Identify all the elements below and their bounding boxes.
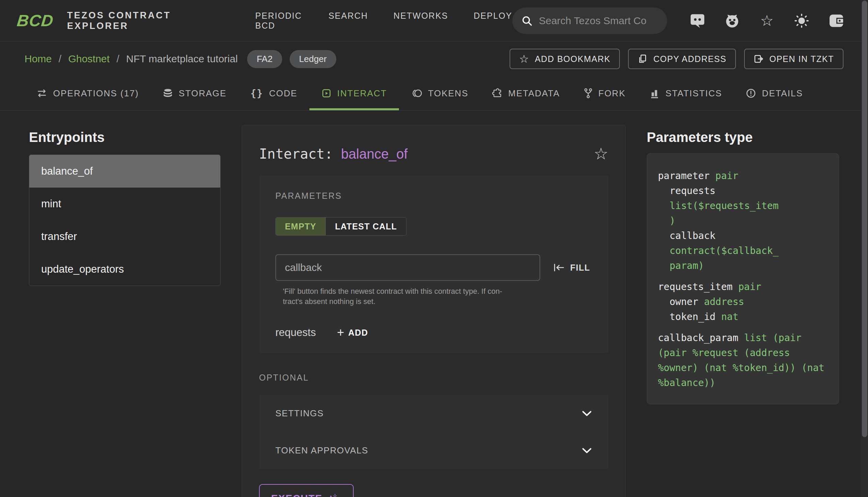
fill-button[interactable]: FILL [553, 263, 590, 273]
entrypoints-heading: Entrypoints [29, 130, 220, 145]
copy-icon [638, 54, 648, 64]
code-line: ) [658, 213, 828, 228]
tab-metadata[interactable]: METADATA [480, 76, 572, 110]
discord-icon[interactable] [689, 13, 705, 29]
open-in-tzkt-button[interactable]: OPEN IN TZKT [744, 49, 843, 69]
entrypoint-item-mint[interactable]: mint [29, 187, 220, 220]
interact-icon [321, 88, 331, 98]
tab-label: DETAILS [762, 88, 803, 99]
breadcrumb: Home/Ghostnet/NFT marketplace tutorial [25, 53, 238, 65]
breadcrumb-bar: Home/Ghostnet/NFT marketplace tutorial F… [0, 42, 868, 76]
nav-link-networks[interactable]: NETWORKS [394, 11, 448, 31]
parameters-type-panel: Parameters type parameter pairrequests l… [647, 125, 839, 404]
section-row-settings[interactable]: SETTINGS [259, 395, 608, 432]
code-line: callback contract($callback_ [658, 228, 828, 258]
search-input[interactable] [539, 15, 660, 27]
entrypoint-item-balance_of[interactable]: balance_of [29, 155, 220, 187]
breadcrumb-separator: / [116, 53, 119, 65]
bookmark-star-icon: ☆ [519, 54, 529, 64]
contract-actions: ☆ ADD BOOKMARK COPY ADDRESS OPEN IN TZKT [510, 49, 843, 69]
chevron-down-icon [582, 448, 592, 454]
tab-label: STATISTICS [666, 88, 722, 99]
breadcrumb-ghostnet[interactable]: Ghostnet [68, 53, 110, 65]
tab-label: INTERACT [337, 88, 387, 99]
chevron-down-icon [582, 411, 592, 417]
app-title: TEZOS CONTRACT EXPLORER [67, 10, 223, 31]
metadata-icon [492, 88, 502, 98]
main-content: Entrypoints balance_ofminttransferupdate… [0, 111, 868, 497]
page-scrollbar-track [861, 0, 868, 497]
parameters-panel: PARAMETERS EMPTYLATEST CALL callback FIL… [259, 176, 608, 353]
code-icon: {} [251, 88, 264, 99]
chip-ledger: Ledger [290, 50, 336, 68]
nav-links: PERIODIC BCDSEARCHNETWORKSDEPLOY [255, 11, 512, 31]
page-scrollbar-thumb[interactable] [862, 1, 867, 437]
code-line: requests_item pair [658, 280, 828, 295]
code-line: requests list($requests_item [658, 184, 828, 213]
copy-address-button[interactable]: COPY ADDRESS [628, 49, 736, 69]
favorite-entrypoint-star-icon[interactable]: ☆ [594, 146, 608, 162]
callback-input[interactable]: callback [275, 254, 540, 281]
entrypoints-list: balance_ofminttransferupdate_operators [29, 155, 220, 286]
fork-icon [584, 88, 593, 98]
top-navbar: BCD TEZOS CONTRACT EXPLORER PERIODIC BCD… [0, 0, 868, 42]
theme-sun-icon[interactable] [794, 13, 809, 29]
add-request-button[interactable]: + ADD [337, 326, 368, 339]
storage-icon [163, 88, 173, 98]
chip-fa2: FA2 [247, 50, 282, 68]
search-bar[interactable] [512, 8, 667, 34]
wallet-icon[interactable] [828, 13, 844, 29]
code-line: (pair %request (address [658, 345, 828, 360]
tab-fork[interactable]: FORK [572, 76, 638, 110]
breadcrumb-separator: / [59, 53, 61, 65]
code-line: token_id nat [658, 310, 828, 324]
statistics-icon [650, 88, 660, 98]
tab-label: METADATA [508, 88, 560, 99]
optional-label: OPTIONAL [259, 373, 608, 383]
requests-row: requests + ADD [275, 326, 592, 339]
nav-link-search[interactable]: SEARCH [328, 11, 368, 31]
toggle-option-latest-call[interactable]: LATEST CALL [325, 217, 406, 235]
add-bookmark-button[interactable]: ☆ ADD BOOKMARK [510, 49, 620, 69]
code-line: callback_param list (pair [658, 330, 828, 345]
sparkles-icon: ✦✧ [326, 493, 341, 497]
optional-sections-panel: SETTINGSTOKEN APPROVALS [259, 395, 608, 469]
tab-details[interactable]: DETAILS [734, 76, 814, 110]
toggle-option-empty[interactable]: EMPTY [276, 217, 325, 235]
contract-tabs: OPERATIONS (17)STORAGE{}CODEINTERACTTOKE… [0, 76, 868, 111]
section-label: SETTINGS [275, 408, 324, 419]
execute-button[interactable]: EXECUTE ✦✧ [259, 484, 354, 497]
code-line: owner address [658, 295, 828, 310]
tab-tokens[interactable]: TOKENS [399, 76, 480, 110]
tab-interact[interactable]: INTERACT [310, 76, 399, 110]
fill-hint: 'Fill' button finds the newest contract … [283, 286, 592, 307]
breadcrumb-home[interactable]: Home [25, 53, 52, 65]
interact-title: Interact: balance_of [259, 146, 408, 162]
entrypoint-item-transfer[interactable]: transfer [29, 220, 220, 253]
github-icon[interactable] [724, 13, 740, 29]
external-link-icon [754, 54, 764, 64]
entrypoints-panel: Entrypoints balance_ofminttransferupdate… [29, 125, 220, 286]
favorites-star-icon[interactable]: ☆ [759, 13, 775, 29]
code-line: param) [658, 258, 828, 273]
tab-operations-17[interactable]: OPERATIONS (17) [25, 76, 151, 110]
nav-link-periodic-bcd[interactable]: PERIODIC BCD [255, 11, 303, 31]
tab-code[interactable]: {}CODE [239, 76, 310, 110]
section-label: TOKEN APPROVALS [275, 445, 368, 456]
bcd-logo[interactable]: BCD [16, 11, 55, 30]
nav-link-deploy[interactable]: DEPLOY [474, 11, 512, 31]
parameters-source-toggle: EMPTYLATEST CALL [275, 217, 407, 236]
section-row-token-approvals[interactable]: TOKEN APPROVALS [259, 432, 608, 469]
tab-storage[interactable]: STORAGE [151, 76, 239, 110]
breadcrumb-nft-marketplace-tutorial: NFT marketplace tutorial [126, 53, 238, 65]
plus-icon: + [337, 326, 344, 339]
tab-label: CODE [269, 88, 297, 99]
interact-card: Interact: balance_of ☆ PARAMETERS EMPTYL… [242, 125, 626, 497]
requests-label: requests [275, 326, 316, 339]
tab-statistics[interactable]: STATISTICS [638, 76, 734, 110]
tab-label: STORAGE [179, 88, 227, 99]
details-icon [746, 88, 756, 98]
parameters-type-code: parameter pairrequests list($requests_it… [647, 153, 839, 404]
tab-label: TOKENS [428, 88, 468, 99]
entrypoint-item-update_operators[interactable]: update_operators [29, 253, 220, 286]
